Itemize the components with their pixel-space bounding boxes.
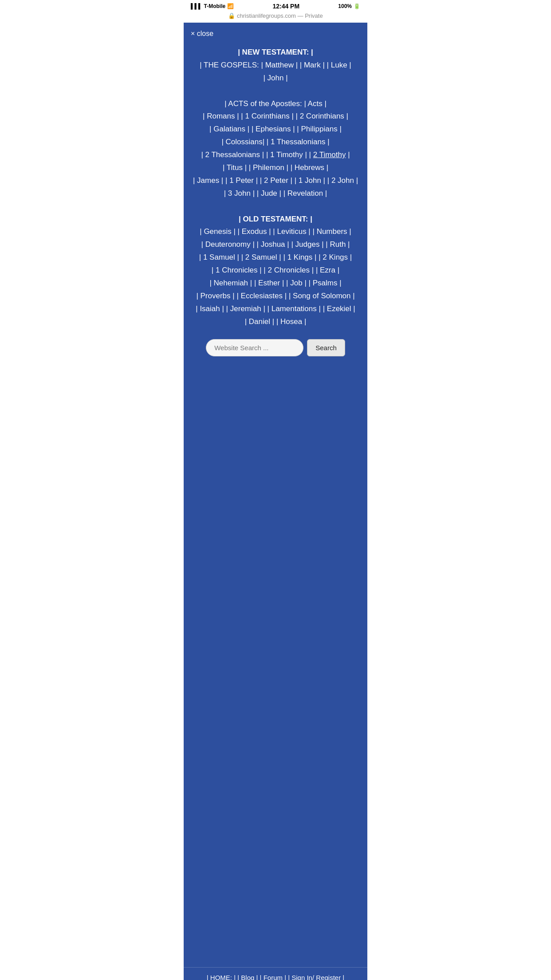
book-numbers[interactable]: Numbers xyxy=(317,227,347,236)
book-3john[interactable]: 3 John xyxy=(228,189,251,198)
close-button[interactable]: × close xyxy=(191,28,213,39)
book-isaiah[interactable]: Isaiah xyxy=(200,304,220,313)
book-1chronicles[interactable]: 1 Chronicles xyxy=(216,266,258,274)
book-esther[interactable]: Esther xyxy=(258,279,280,287)
url-text: christianlifegroups.com xyxy=(237,12,296,19)
wifi-icon: 📶 xyxy=(227,3,234,9)
book-ezekiel[interactable]: Ezekiel xyxy=(327,304,351,313)
book-matthew[interactable]: Matthew xyxy=(265,61,294,69)
search-area: Search xyxy=(191,339,360,356)
footer-home[interactable]: HOME: xyxy=(210,974,232,980)
book-1samuel[interactable]: 1 Samuel xyxy=(203,253,235,261)
book-2thessalonians[interactable]: 2 Thessalonians xyxy=(205,150,260,159)
book-ecclesiastes[interactable]: Ecclesiastes xyxy=(241,292,283,300)
book-ephesians[interactable]: Ephesians xyxy=(256,125,291,133)
footer-blog[interactable]: Blog xyxy=(241,974,254,980)
book-lamentations[interactable]: Lamentations xyxy=(272,304,317,313)
acts-section: | ACTS of the Apostles: | Acts | | Roman… xyxy=(191,98,360,200)
book-job[interactable]: Job xyxy=(290,279,302,287)
gospels-label: | THE GOSPELS: | xyxy=(200,61,265,69)
old-testament-header: | OLD TESTAMENT: | xyxy=(191,213,360,226)
book-colossians[interactable]: Colossians xyxy=(226,138,263,146)
book-acts[interactable]: Acts xyxy=(308,99,323,108)
main-content: × close | NEW TESTAMENT: | | THE GOSPELS… xyxy=(184,23,367,967)
book-deuteronomy[interactable]: Deuteronomy xyxy=(205,240,251,249)
book-daniel[interactable]: Daniel xyxy=(249,317,270,326)
search-button[interactable]: Search xyxy=(307,339,345,356)
book-2corinthians[interactable]: 2 Corinthians xyxy=(300,112,344,120)
book-nehemiah[interactable]: Nehemiah xyxy=(214,279,248,287)
book-titus[interactable]: Titus xyxy=(227,163,243,172)
gospels-section: | THE GOSPELS: | Matthew | | Mark | | Lu… xyxy=(191,59,360,85)
book-judges[interactable]: Judges xyxy=(295,240,320,249)
book-genesis[interactable]: Genesis xyxy=(204,227,231,236)
book-2samuel[interactable]: 2 Samuel xyxy=(245,253,277,261)
book-philippians[interactable]: Philippians xyxy=(301,125,338,133)
search-input[interactable] xyxy=(206,339,303,356)
nt-header-text: | NEW TESTAMENT: | xyxy=(238,48,313,56)
book-1peter[interactable]: 1 Peter xyxy=(229,176,254,185)
book-1john[interactable]: 1 John xyxy=(299,176,321,185)
book-2john[interactable]: 2 John xyxy=(331,176,354,185)
book-ezra[interactable]: Ezra xyxy=(320,266,335,274)
book-romans[interactable]: Romans xyxy=(207,112,235,120)
address-bar: 🔒 christianlifegroups.com — Private xyxy=(184,12,367,23)
book-mark[interactable]: Mark xyxy=(304,61,321,69)
book-ruth[interactable]: Ruth xyxy=(330,240,346,249)
book-exodus[interactable]: Exodus xyxy=(242,227,267,236)
book-1kings[interactable]: 1 Kings xyxy=(287,253,313,261)
book-philemon[interactable]: Philemon xyxy=(253,163,284,172)
book-1thessalonians[interactable]: 1 Thessalonians xyxy=(271,138,326,146)
ot-header-text: | OLD TESTAMENT: | xyxy=(239,215,312,223)
status-bar: ▌▌▌ T-Mobile 📶 12:44 PM 100% 🔋 xyxy=(184,0,367,12)
book-psalms[interactable]: Psalms xyxy=(313,279,338,287)
bible-navigation: | NEW TESTAMENT: | | THE GOSPELS: | Matt… xyxy=(191,46,360,356)
status-right: 100% 🔋 xyxy=(338,3,360,9)
book-hebrews[interactable]: Hebrews xyxy=(295,163,324,172)
status-left: ▌▌▌ T-Mobile 📶 xyxy=(191,3,234,9)
book-revelation[interactable]: Revelation xyxy=(287,189,323,198)
url-suffix: — Private xyxy=(298,12,323,19)
signal-icon: ▌▌▌ xyxy=(191,3,202,9)
book-luke[interactable]: Luke xyxy=(331,61,347,69)
book-hosea[interactable]: Hosea xyxy=(280,317,302,326)
battery-label: 100% xyxy=(338,3,352,9)
battery-icon: 🔋 xyxy=(354,3,360,9)
book-john[interactable]: John xyxy=(268,74,284,82)
book-proverbs[interactable]: Proverbs xyxy=(201,292,231,300)
footer-forum[interactable]: Forum xyxy=(264,974,283,980)
book-joshua[interactable]: Joshua xyxy=(261,240,285,249)
book-2kings[interactable]: 2 Kings xyxy=(323,253,348,261)
book-james[interactable]: James xyxy=(197,176,219,185)
carrier-label: T-Mobile xyxy=(204,3,226,9)
time-display: 12:44 PM xyxy=(272,3,299,10)
book-leviticus[interactable]: Leviticus xyxy=(277,227,306,236)
book-2chronicles[interactable]: 2 Chronicles xyxy=(268,266,310,274)
old-testament-section: | Genesis | | Exodus | | Leviticus | | N… xyxy=(191,225,360,328)
book-galatians[interactable]: Galatians xyxy=(213,125,245,133)
book-jeremiah[interactable]: Jeremiah xyxy=(230,304,261,313)
book-2timothy[interactable]: 2 Timothy xyxy=(313,150,346,159)
footer-signin[interactable]: Sign In/ Register xyxy=(291,974,341,980)
book-jude[interactable]: Jude xyxy=(261,189,277,198)
footer-nav: | HOME: | | Blog | | Forum | | Sign In/ … xyxy=(184,967,367,980)
new-testament-header: | NEW TESTAMENT: | xyxy=(191,46,360,59)
book-2peter[interactable]: 2 Peter xyxy=(264,176,288,185)
book-songofsolomon[interactable]: Song of Solomon xyxy=(293,292,350,300)
book-1corinthians[interactable]: 1 Corinthians xyxy=(245,112,289,120)
book-1timothy[interactable]: 1 Timothy xyxy=(270,150,303,159)
